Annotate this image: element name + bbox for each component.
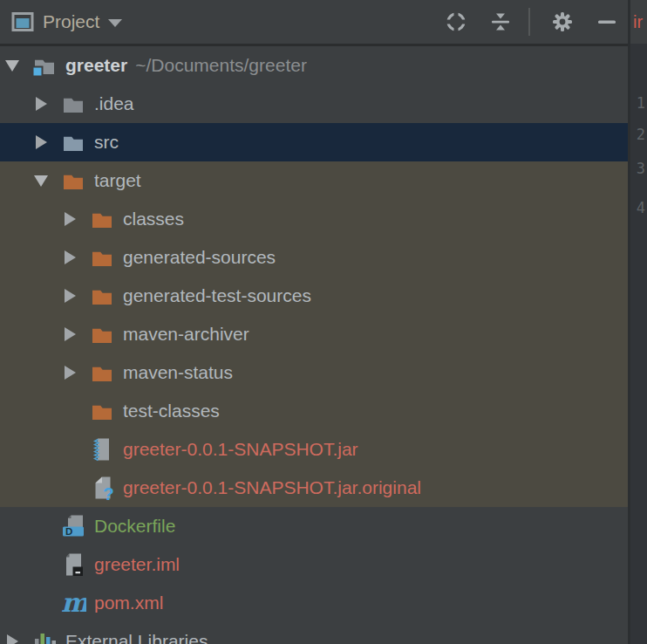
tree-row-label: classes xyxy=(123,209,184,230)
excluded-folder-icon xyxy=(89,360,115,386)
tree-row-path: ~/Documents/greeter xyxy=(135,55,307,76)
external-libraries-icon xyxy=(31,628,58,644)
tree-row-label: External Libraries xyxy=(65,631,208,644)
line-number: 3 xyxy=(637,160,645,177)
expand-arrow-icon xyxy=(63,392,89,430)
excluded-folder-icon xyxy=(89,283,115,309)
tree-row-label: maven-archiver xyxy=(123,324,249,345)
tree-row-label: maven-status xyxy=(123,362,233,383)
tree-row[interactable]: m pom.xml xyxy=(0,584,628,622)
settings-gear-icon[interactable] xyxy=(550,10,575,34)
project-toolbar xyxy=(424,8,619,36)
tree-row[interactable]: maven-status xyxy=(0,353,628,392)
line-number: 1 xyxy=(637,94,645,112)
expand-arrow-icon[interactable] xyxy=(63,315,89,353)
expand-arrow-icon[interactable] xyxy=(5,622,31,644)
line-number: 2 xyxy=(637,126,645,143)
expand-arrow-icon xyxy=(34,584,60,622)
tree-row[interactable]: greeter ~/Documents/greeter xyxy=(0,46,628,85)
tree-row-label: greeter-0.0.1-SNAPSHOT.jar xyxy=(123,439,358,460)
tree-row[interactable]: maven-archiver xyxy=(0,315,628,353)
tree-row-label: Dockerfile xyxy=(94,516,175,537)
toolbar-separator xyxy=(528,8,530,36)
svg-text:?: ? xyxy=(103,483,114,501)
project-tool-window-icon xyxy=(10,10,35,34)
module-file-icon xyxy=(60,552,86,578)
tree-row[interactable]: .idea xyxy=(0,85,628,123)
chevron-down-icon[interactable] xyxy=(108,19,122,27)
expand-arrow-icon[interactable] xyxy=(63,200,89,238)
tree-row-label: test-classes xyxy=(123,401,220,421)
excluded-folder-icon xyxy=(60,168,86,194)
project-folder-icon xyxy=(31,52,58,79)
collapse-all-icon[interactable] xyxy=(488,10,513,34)
svg-text:D: D xyxy=(65,526,72,537)
expand-arrow-icon xyxy=(34,545,60,584)
tree-row[interactable]: ? greeter-0.0.1-SNAPSHOT.jar.original xyxy=(0,469,628,507)
source-folder-icon xyxy=(60,129,86,155)
locate-icon[interactable] xyxy=(444,10,468,34)
project-panel-header: Project xyxy=(0,0,628,44)
editor-strip: ir 1234 xyxy=(630,0,647,644)
excluded-folder-icon xyxy=(89,244,115,271)
tree-row[interactable]: target xyxy=(0,161,628,200)
docker-file-icon: D xyxy=(60,513,86,539)
tree-row[interactable]: External Libraries xyxy=(0,622,628,644)
tree-row-label: greeter.iml xyxy=(94,554,180,575)
collapse-arrow-icon[interactable] xyxy=(34,161,60,200)
svg-text:m: m xyxy=(61,590,86,616)
project-tree: greeter ~/Documents/greeter .idea src ta… xyxy=(0,46,628,644)
tree-row[interactable]: generated-test-sources xyxy=(0,277,628,315)
tree-row[interactable]: greeter-0.0.1-SNAPSHOT.jar xyxy=(0,430,628,469)
folder-icon xyxy=(60,91,86,117)
expand-arrow-icon xyxy=(63,430,89,469)
tree-row-label: greeter xyxy=(65,55,127,76)
editor-tab-fragment[interactable]: ir xyxy=(630,0,647,44)
expand-arrow-icon[interactable] xyxy=(34,85,60,123)
tree-row[interactable]: classes xyxy=(0,200,628,238)
tree-row-label: src xyxy=(94,132,119,153)
tree-row[interactable]: test-classes xyxy=(0,392,628,430)
tree-row[interactable]: greeter.iml xyxy=(0,545,628,584)
tree-row-label: .idea xyxy=(94,93,134,114)
collapse-arrow-icon[interactable] xyxy=(5,46,31,85)
tree-row[interactable]: D Dockerfile xyxy=(0,507,628,545)
tree-row[interactable]: src xyxy=(0,123,628,161)
tree-row-label: generated-test-sources xyxy=(123,285,311,306)
tree-row-label: target xyxy=(94,170,141,191)
project-view-title[interactable]: Project xyxy=(43,11,99,32)
excluded-folder-icon xyxy=(89,206,115,232)
line-number: 4 xyxy=(637,199,645,216)
minimize-icon[interactable] xyxy=(595,10,619,34)
maven-file-icon: m xyxy=(60,590,86,616)
excluded-folder-icon xyxy=(89,321,115,347)
expand-arrow-icon xyxy=(34,507,60,545)
expand-arrow-icon[interactable] xyxy=(63,353,89,392)
excluded-folder-icon xyxy=(89,398,115,424)
expand-arrow-icon[interactable] xyxy=(34,123,60,161)
expand-arrow-icon[interactable] xyxy=(63,238,89,277)
unknown-file-icon: ? xyxy=(89,475,115,501)
tree-row-label: pom.xml xyxy=(94,593,163,613)
editor-gutter: 1234 xyxy=(630,44,647,644)
expand-arrow-icon xyxy=(63,469,89,507)
tree-row-label: generated-sources xyxy=(123,247,276,268)
tree-row[interactable]: generated-sources xyxy=(0,238,628,277)
expand-arrow-icon[interactable] xyxy=(63,277,89,315)
tree-row-label: greeter-0.0.1-SNAPSHOT.jar.original xyxy=(123,477,421,498)
jar-archive-icon xyxy=(89,436,115,462)
